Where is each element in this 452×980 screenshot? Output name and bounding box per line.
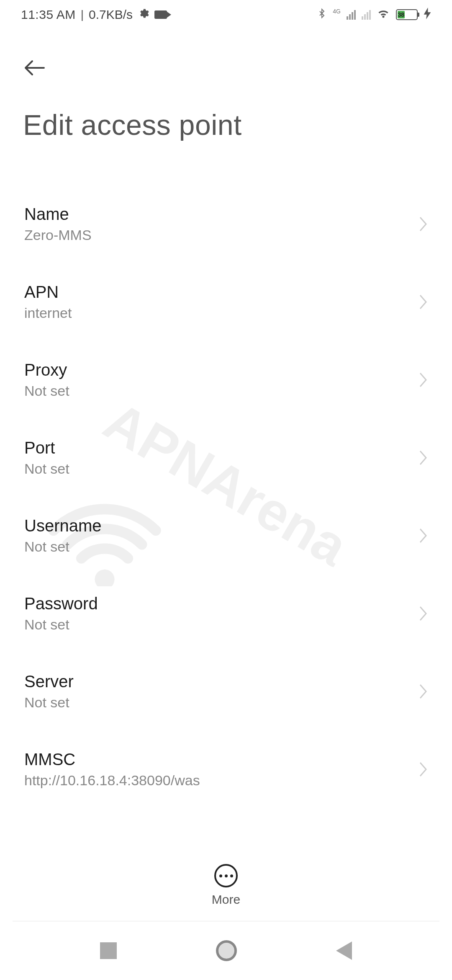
bluetooth-icon bbox=[317, 7, 327, 23]
setting-value: Zero-MMS bbox=[24, 227, 92, 243]
system-nav-bar bbox=[0, 921, 452, 980]
more-label: More bbox=[212, 892, 240, 907]
setting-value: Not set bbox=[24, 539, 102, 555]
arrow-left-icon bbox=[23, 59, 46, 76]
setting-row-server[interactable]: Server Not set bbox=[0, 652, 452, 730]
nav-back-button[interactable] bbox=[336, 941, 352, 960]
dot-icon bbox=[219, 874, 222, 877]
setting-row-mms-proxy[interactable]: MMS proxy 10.16.18.77 bbox=[0, 808, 452, 811]
chevron-right-icon bbox=[418, 371, 428, 388]
chevron-right-icon bbox=[418, 294, 428, 310]
list-fade-overlay bbox=[0, 825, 452, 850]
chevron-right-icon bbox=[418, 216, 428, 232]
gear-icon bbox=[138, 8, 149, 22]
setting-label: MMSC bbox=[24, 750, 200, 769]
dot-icon bbox=[230, 874, 233, 877]
setting-row-password[interactable]: Password Not set bbox=[0, 575, 452, 652]
header: Edit access point bbox=[0, 29, 452, 141]
setting-value: Not set bbox=[24, 383, 69, 399]
setting-label: Port bbox=[24, 438, 69, 457]
bottom-action-bar: More bbox=[0, 851, 452, 907]
chevron-right-icon bbox=[418, 605, 428, 622]
setting-row-username[interactable]: Username Not set bbox=[0, 497, 452, 575]
more-button[interactable] bbox=[214, 864, 238, 887]
setting-label: Name bbox=[24, 205, 92, 224]
nav-recents-button[interactable] bbox=[100, 942, 117, 959]
setting-value: http://10.16.18.4:38090/was bbox=[24, 772, 200, 789]
setting-row-name[interactable]: Name Zero-MMS bbox=[0, 185, 452, 263]
signal-bars-sim2-icon bbox=[362, 10, 371, 20]
charging-icon bbox=[424, 8, 431, 22]
status-bar: 11:35 AM | 0.7KB/s 4G 38 bbox=[0, 0, 452, 29]
signal-bars-sim1-icon bbox=[347, 10, 356, 20]
setting-label: Proxy bbox=[24, 361, 69, 379]
setting-row-apn[interactable]: APN internet bbox=[0, 263, 452, 341]
setting-label: Password bbox=[24, 594, 98, 613]
nav-home-button[interactable] bbox=[216, 940, 237, 961]
setting-value: Not set bbox=[24, 461, 69, 477]
setting-value: Not set bbox=[24, 694, 74, 711]
back-button[interactable] bbox=[23, 54, 50, 81]
settings-list: Name Zero-MMS APN internet Proxy Not set… bbox=[0, 185, 452, 811]
status-time: 11:35 AM bbox=[21, 8, 76, 22]
setting-value: internet bbox=[24, 305, 72, 321]
status-separator: | bbox=[81, 8, 84, 21]
status-network-speed: 0.7KB/s bbox=[89, 8, 133, 22]
chevron-right-icon bbox=[418, 527, 428, 544]
setting-label: APN bbox=[24, 283, 72, 302]
setting-row-mmsc[interactable]: MMSC http://10.16.18.4:38090/was bbox=[0, 730, 452, 808]
chevron-right-icon bbox=[418, 761, 428, 778]
network-type-label: 4G bbox=[333, 8, 341, 15]
dot-icon bbox=[225, 874, 228, 877]
setting-row-port[interactable]: Port Not set bbox=[0, 419, 452, 497]
setting-label: Username bbox=[24, 516, 102, 535]
battery-percent: 38 bbox=[398, 11, 405, 18]
setting-label: Server bbox=[24, 672, 74, 691]
setting-value: Not set bbox=[24, 616, 98, 633]
page-title: Edit access point bbox=[23, 108, 429, 141]
chevron-right-icon bbox=[418, 683, 428, 700]
camera-icon bbox=[154, 10, 167, 19]
setting-row-proxy[interactable]: Proxy Not set bbox=[0, 341, 452, 419]
chevron-right-icon bbox=[418, 449, 428, 466]
battery-indicator: 38 bbox=[396, 9, 418, 20]
wifi-icon bbox=[377, 8, 390, 22]
